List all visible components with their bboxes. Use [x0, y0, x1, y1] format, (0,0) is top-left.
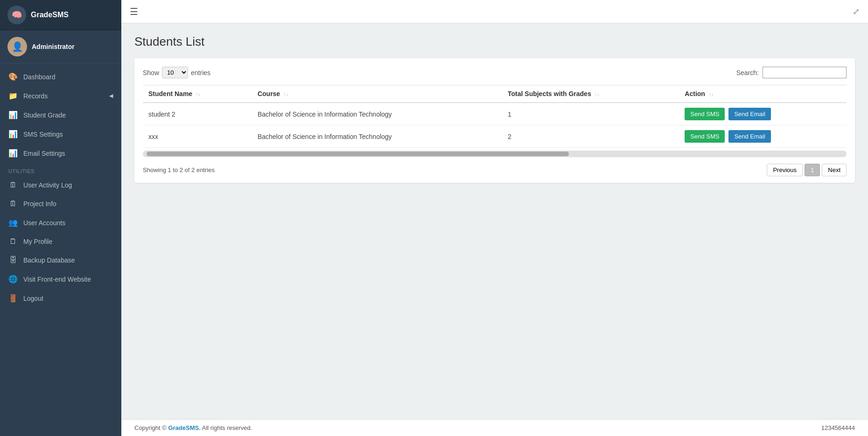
table-controls: Show 10 25 50 100 entries Search:	[143, 67, 847, 78]
content-area: Students List Show 10 25 50 100 entries …	[121, 23, 868, 419]
sidebar-brand: 🧠 GradeSMS	[0, 0, 121, 30]
page-1-button[interactable]: 1	[805, 164, 820, 176]
horizontal-scrollbar[interactable]	[143, 151, 847, 157]
sort-arrows-name: ↑↓	[196, 92, 201, 97]
students-table: Student Name ↑↓ Course ↑↓ Total Subjects…	[143, 85, 847, 148]
sidebar-item-user-accounts[interactable]: 👥 User Accounts	[0, 213, 121, 232]
cell-total-subjects: 2	[502, 125, 679, 148]
brand-icon: 🧠	[7, 6, 26, 24]
topbar-right: ⤢	[853, 6, 860, 17]
records-icon: 📁	[8, 91, 18, 100]
send-sms-button[interactable]: Send SMS	[685, 130, 725, 143]
sidebar-item-sms-settings[interactable]: 📊 SMS Settings	[0, 125, 121, 144]
sidebar-item-user-activity-log[interactable]: 🗓 User Activity Log	[0, 176, 121, 194]
cell-course: Bachelor of Science in Information Techn…	[252, 103, 502, 125]
visit-frontend-icon: 🌐	[8, 275, 18, 284]
page-title: Students List	[134, 35, 855, 49]
user-accounts-icon: 👥	[8, 218, 18, 227]
cell-course: Bachelor of Science in Information Techn…	[252, 125, 502, 148]
backup-database-icon: 🗄	[8, 256, 18, 264]
col-total-subjects[interactable]: Total Subjects with Grades ↑↓	[502, 85, 679, 103]
table-header-row: Student Name ↑↓ Course ↑↓ Total Subjects…	[143, 85, 847, 103]
pagination-controls: Previous 1 Next	[767, 164, 847, 176]
sidebar-item-label: Records	[23, 92, 48, 100]
footer-brand-link[interactable]: GradeSMS.	[168, 424, 200, 431]
search-box: Search:	[736, 67, 847, 78]
sidebar-item-label: Project Info	[23, 200, 56, 208]
sidebar-item-dashboard[interactable]: 🎨 Dashboard	[0, 67, 121, 86]
sidebar-user: 👤 Administrator	[0, 30, 121, 63]
sidebar-item-records[interactable]: 📁 Records ◀	[0, 86, 121, 105]
send-email-button[interactable]: Send Email	[728, 130, 770, 143]
table-row: xxx Bachelor of Science in Information T…	[143, 125, 847, 148]
sidebar-item-label: Visit Front-end Website	[23, 276, 91, 283]
cell-student-name: xxx	[143, 125, 252, 148]
expand-icon[interactable]: ⤢	[853, 7, 860, 16]
dashboard-icon: 🎨	[8, 72, 18, 81]
utilities-label: Utilities	[0, 163, 121, 176]
send-sms-button[interactable]: Send SMS	[685, 108, 725, 120]
sidebar-item-student-grade[interactable]: 📊 Student Grade	[0, 105, 121, 125]
sidebar-item-logout[interactable]: 🚪 Logout	[0, 289, 121, 308]
sms-settings-icon: 📊	[8, 130, 18, 138]
cell-action: Send SMS Send Email	[679, 103, 847, 125]
sidebar-item-my-profile[interactable]: 🗒 My Profile	[0, 232, 121, 251]
copyright-text: Copyright ©	[134, 424, 167, 431]
main-area: ☰ ⤢ Students List Show 10 25 50 100 entr…	[121, 0, 868, 436]
sort-arrows-course: ↑↓	[284, 92, 288, 97]
sidebar: 🧠 GradeSMS 👤 Administrator 🎨 Dashboard 📁…	[0, 0, 121, 436]
table-body: student 2 Bachelor of Science in Informa…	[143, 103, 847, 148]
entries-select[interactable]: 10 25 50 100	[162, 67, 188, 78]
records-arrow-icon: ◀	[109, 93, 113, 99]
avatar: 👤	[7, 37, 27, 56]
student-grade-icon: 📊	[8, 111, 18, 119]
footer-phone: 1234564444	[821, 424, 855, 431]
scrollbar-thumb	[147, 152, 569, 156]
pagination-info: Showing 1 to 2 of 2 entries	[143, 166, 215, 173]
footer: Copyright © GradeSMS. All rights reserve…	[121, 419, 868, 436]
project-info-icon: 🗓	[8, 200, 18, 208]
cell-action: Send SMS Send Email	[679, 125, 847, 148]
sidebar-item-backup-database[interactable]: 🗄 Backup Database	[0, 251, 121, 270]
sidebar-item-label: User Accounts	[23, 219, 65, 227]
my-profile-icon: 🗒	[8, 237, 18, 246]
email-settings-icon: 📊	[8, 149, 18, 158]
sidebar-item-label: Student Grade	[23, 111, 66, 119]
cell-student-name: student 2	[143, 103, 252, 125]
topbar-left: ☰	[130, 6, 138, 17]
col-course[interactable]: Course ↑↓	[252, 85, 502, 103]
col-action: Action ↑↓	[679, 85, 847, 103]
footer-rights: All rights reserved.	[202, 424, 252, 431]
entries-label: entries	[191, 69, 210, 76]
hamburger-icon[interactable]: ☰	[130, 6, 138, 17]
username: Administrator	[32, 43, 75, 50]
sidebar-item-label: My Profile	[23, 238, 52, 245]
table-card: Show 10 25 50 100 entries Search:	[134, 58, 855, 183]
table-footer: Showing 1 to 2 of 2 entries Previous 1 N…	[143, 164, 847, 176]
footer-copyright: Copyright © GradeSMS. All rights reserve…	[134, 424, 252, 431]
sidebar-item-label: User Activity Log	[23, 181, 72, 189]
sidebar-item-visit-frontend[interactable]: 🌐 Visit Front-end Website	[0, 270, 121, 289]
previous-button[interactable]: Previous	[767, 164, 803, 176]
search-input[interactable]	[763, 67, 847, 78]
next-button[interactable]: Next	[822, 164, 847, 176]
sidebar-item-label: Dashboard	[23, 73, 56, 81]
table-row: student 2 Bachelor of Science in Informa…	[143, 103, 847, 125]
show-label: Show	[143, 69, 159, 76]
topbar: ☰ ⤢	[121, 0, 868, 23]
cell-total-subjects: 1	[502, 103, 679, 125]
sidebar-item-label: Logout	[23, 295, 43, 302]
sort-arrows-action: ↑↓	[709, 92, 714, 97]
search-label: Search:	[736, 69, 759, 76]
sidebar-item-label: Email Settings	[23, 150, 65, 157]
sort-arrows-subjects: ↑↓	[595, 92, 600, 97]
sidebar-item-email-settings[interactable]: 📊 Email Settings	[0, 144, 121, 163]
sidebar-item-project-info[interactable]: 🗓 Project Info	[0, 194, 121, 213]
logout-icon: 🚪	[8, 294, 18, 303]
send-email-button[interactable]: Send Email	[728, 108, 770, 120]
col-student-name[interactable]: Student Name ↑↓	[143, 85, 252, 103]
show-entries-control: Show 10 25 50 100 entries	[143, 67, 210, 78]
user-activity-log-icon: 🗓	[8, 181, 18, 189]
brand-name: GradeSMS	[31, 11, 69, 19]
sidebar-item-label: SMS Settings	[23, 131, 63, 138]
